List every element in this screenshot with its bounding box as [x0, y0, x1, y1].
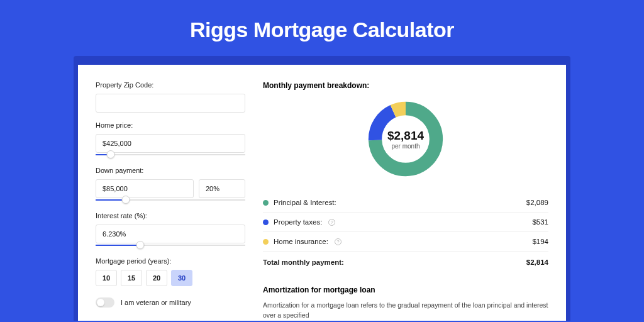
donut-chart: $2,814 per month: [365, 99, 446, 179]
interest-rate-slider[interactable]: [96, 242, 245, 248]
interest-rate-input[interactable]: [96, 225, 245, 243]
info-icon[interactable]: ?: [335, 238, 341, 245]
breakdown-panel: Monthly payment breakdown: $2,814 per mo…: [263, 81, 548, 321]
home-price-label: Home price:: [96, 121, 245, 129]
slider-thumb[interactable]: [136, 241, 145, 249]
veteran-row: I am veteran or military: [96, 297, 245, 308]
period-btn-30[interactable]: 30: [171, 270, 192, 286]
info-icon[interactable]: ?: [328, 219, 335, 226]
legend-dot: [263, 239, 269, 245]
home-price-input[interactable]: [96, 134, 245, 153]
donut-chart-wrap: $2,814 per month: [263, 99, 548, 179]
period-field: Mortgage period (years): 10152030: [96, 257, 245, 286]
zip-label: Property Zip Code:: [96, 81, 245, 89]
amortization-block: Amortization for mortgage loan Amortizat…: [263, 286, 548, 321]
down-payment-label: Down payment:: [96, 167, 245, 174]
period-btn-15[interactable]: 15: [121, 270, 142, 286]
donut-amount: $2,814: [387, 129, 424, 143]
amortization-text: Amortization for a mortgage loan refers …: [263, 301, 548, 321]
interest-rate-field: Interest rate (%):: [96, 212, 245, 248]
slider-thumb[interactable]: [121, 196, 130, 204]
breakdown-value: $2,089: [526, 199, 548, 206]
down-payment-amount-input[interactable]: [96, 179, 194, 198]
form-panel: Property Zip Code: Home price: Down paym…: [96, 81, 245, 321]
donut-sub: per month: [391, 143, 419, 150]
page-title: Riggs Mortgage Calculator: [0, 0, 644, 56]
veteran-toggle[interactable]: [96, 297, 114, 308]
period-label: Mortgage period (years):: [96, 257, 245, 265]
breakdown-label: Home insurance:: [274, 238, 328, 245]
breakdown-label: Property taxes:: [274, 218, 322, 226]
home-price-field: Home price:: [96, 121, 245, 158]
amortization-title: Amortization for mortgage loan: [263, 286, 548, 294]
breakdown-title: Monthly payment breakdown:: [263, 81, 548, 90]
calculator-card: Property Zip Code: Home price: Down paym…: [78, 65, 566, 321]
down-payment-pct-input[interactable]: [199, 179, 245, 198]
legend-dot: [263, 200, 269, 206]
down-payment-slider[interactable]: [96, 197, 245, 203]
breakdown-value: $194: [532, 238, 548, 245]
home-price-slider[interactable]: [96, 152, 245, 158]
slider-thumb[interactable]: [106, 150, 114, 158]
total-label: Total monthly payment:: [263, 258, 344, 266]
breakdown-row: Property taxes:?$531: [263, 213, 548, 232]
total-value: $2,814: [526, 258, 548, 266]
period-btn-20[interactable]: 20: [146, 270, 167, 286]
zip-field: Property Zip Code:: [96, 81, 245, 113]
interest-rate-label: Interest rate (%):: [96, 212, 245, 219]
breakdown-row: Home insurance:?$194: [263, 232, 548, 252]
veteran-label: I am veteran or military: [121, 299, 191, 306]
breakdown-row: Principal & Interest:$2,089: [263, 193, 548, 213]
zip-input[interactable]: [96, 94, 245, 113]
period-btn-10[interactable]: 10: [96, 270, 117, 286]
legend-dot: [263, 219, 269, 225]
breakdown-value: $531: [532, 218, 548, 226]
down-payment-field: Down payment:: [96, 167, 245, 203]
card-shadow: Property Zip Code: Home price: Down paym…: [74, 56, 570, 321]
breakdown-label: Principal & Interest:: [274, 199, 336, 206]
total-row: Total monthly payment: $2,814: [263, 252, 548, 272]
